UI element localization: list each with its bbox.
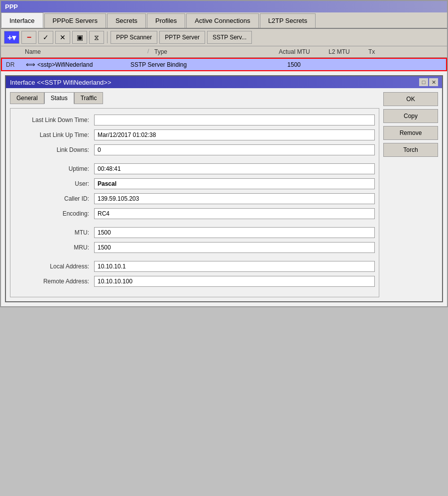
last-link-down-row: Last Link Down Time: bbox=[14, 115, 375, 125]
sstp-serv-button[interactable]: SSTP Serv... bbox=[207, 31, 252, 44]
last-link-up-input[interactable] bbox=[94, 129, 375, 140]
title-bar: PPP bbox=[1, 1, 447, 12]
remote-address-input[interactable] bbox=[94, 276, 375, 287]
row-name: ⟺ <sstp>WifiNederland bbox=[24, 60, 128, 69]
mtu-row: MTU: bbox=[14, 227, 375, 238]
user-row: User: bbox=[14, 178, 375, 189]
row-name-text: <sstp>WifiNederland bbox=[37, 61, 93, 68]
encoding-row: Encoding: bbox=[14, 208, 375, 219]
encoding-label: Encoding: bbox=[14, 210, 94, 217]
dialog-tabs: General Status Traffic bbox=[10, 92, 379, 104]
caller-id-input[interactable] bbox=[94, 193, 375, 204]
dialog-close-button[interactable]: ✕ bbox=[429, 78, 438, 86]
copy-button[interactable]: Copy bbox=[383, 109, 438, 123]
window-title: PPP bbox=[5, 3, 18, 10]
dialog-form: Last Link Down Time: Last Link Up Time: … bbox=[10, 108, 379, 297]
ok-button[interactable]: OK bbox=[383, 92, 438, 106]
row-flags: DR bbox=[4, 60, 24, 69]
page-icon: ▣ bbox=[77, 33, 83, 41]
dialog-tab-traffic[interactable]: Traffic bbox=[74, 92, 104, 104]
remote-address-label: Remote Address: bbox=[14, 278, 94, 285]
last-link-down-label: Last Link Down Time: bbox=[14, 117, 94, 124]
mru-row: MRU: bbox=[14, 242, 375, 253]
page-button[interactable]: ▣ bbox=[72, 31, 87, 44]
dialog-minimize-button[interactable]: □ bbox=[419, 78, 428, 86]
tx-col-header: Tx bbox=[366, 47, 396, 56]
add-icon: +▾ bbox=[7, 33, 16, 42]
toolbar: +▾ − ✓ ✕ ▣ ⧖ PPP Scanner PPTP Server SST… bbox=[1, 29, 447, 46]
tab-secrets[interactable]: Secrets bbox=[107, 13, 146, 28]
link-downs-input[interactable] bbox=[94, 144, 375, 155]
check-button[interactable]: ✓ bbox=[38, 31, 53, 44]
last-link-down-input[interactable] bbox=[94, 115, 375, 125]
last-link-up-row: Last Link Up Time: bbox=[14, 129, 375, 140]
tab-profiles[interactable]: Profiles bbox=[147, 13, 185, 28]
dialog-title-bar: Interface <<SSTP WifiNederland>> □ ✕ bbox=[6, 76, 442, 88]
mtu-input[interactable] bbox=[94, 227, 375, 238]
table-header: Name / Type Actual MTU L2 MTU Tx bbox=[1, 46, 447, 58]
dialog-left-panel: General Status Traffic Last Link Down Ti… bbox=[10, 92, 379, 297]
caller-id-row: Caller ID: bbox=[14, 193, 375, 204]
pptp-server-button[interactable]: PPTP Server bbox=[159, 31, 205, 44]
tabs-bar: Interface PPPoE Servers Secrets Profiles… bbox=[1, 12, 447, 29]
ppp-scanner-button[interactable]: PPP Scanner bbox=[111, 31, 157, 44]
uptime-label: Uptime: bbox=[14, 165, 94, 172]
encoding-input[interactable] bbox=[94, 208, 375, 219]
mtu-label: MTU: bbox=[14, 229, 94, 236]
remote-address-row: Remote Address: bbox=[14, 276, 375, 287]
uptime-input[interactable] bbox=[94, 163, 375, 174]
dialog-content: General Status Traffic Last Link Down Ti… bbox=[6, 88, 442, 301]
row-type: SSTP Server Binding bbox=[128, 60, 253, 69]
flag-col-header bbox=[3, 47, 23, 56]
cross-icon: ✕ bbox=[60, 33, 66, 41]
local-address-label: Local Address: bbox=[14, 263, 94, 270]
user-input[interactable] bbox=[94, 178, 375, 189]
filter-button[interactable]: ⧖ bbox=[89, 31, 104, 44]
add-button[interactable]: +▾ bbox=[4, 31, 19, 44]
name-col-header: Name bbox=[23, 47, 147, 56]
remove-button[interactable]: − bbox=[21, 31, 36, 44]
minus-icon: − bbox=[27, 33, 31, 42]
mru-input[interactable] bbox=[94, 242, 375, 253]
uptime-row: Uptime: bbox=[14, 163, 375, 174]
sort-indicator: / bbox=[147, 47, 152, 56]
check-icon: ✓ bbox=[43, 33, 49, 41]
link-downs-label: Link Downs: bbox=[14, 146, 94, 153]
local-address-input[interactable] bbox=[94, 261, 375, 272]
actual-mtu-col-header: Actual MTU bbox=[277, 47, 327, 56]
main-window: PPP Interface PPPoE Servers Secrets Prof… bbox=[0, 0, 448, 307]
last-link-up-label: Last Link Up Time: bbox=[14, 131, 94, 138]
torch-button[interactable]: Torch bbox=[383, 143, 438, 157]
user-label: User: bbox=[14, 180, 94, 187]
l2mtu-col-header: L2 MTU bbox=[327, 47, 366, 56]
row-actual-mtu: 1500 bbox=[253, 60, 303, 69]
mru-label: MRU: bbox=[14, 244, 94, 251]
type-col-header: Type bbox=[152, 47, 277, 56]
tab-pppoe-servers[interactable]: PPPoE Servers bbox=[44, 13, 106, 28]
local-address-row: Local Address: bbox=[14, 261, 375, 272]
table-row[interactable]: DR ⟺ <sstp>WifiNederland SSTP Server Bin… bbox=[1, 58, 447, 71]
tab-interface[interactable]: Interface bbox=[1, 12, 43, 28]
dialog-title-buttons: □ ✕ bbox=[419, 78, 438, 86]
interface-dialog: Interface <<SSTP WifiNederland>> □ ✕ Gen… bbox=[5, 75, 443, 302]
filter-icon: ⧖ bbox=[94, 33, 99, 42]
dialog-right-panel: OK Copy Remove Torch bbox=[383, 92, 438, 297]
tab-active-connections[interactable]: Active Connections bbox=[186, 13, 258, 28]
remove-button-dialog[interactable]: Remove bbox=[383, 126, 438, 140]
dialog-title-text: Interface <<SSTP WifiNederland>> bbox=[10, 79, 112, 86]
dialog-tab-general[interactable]: General bbox=[10, 92, 44, 104]
caller-id-label: Caller ID: bbox=[14, 195, 94, 202]
link-downs-row: Link Downs: bbox=[14, 144, 375, 155]
separator-1 bbox=[107, 31, 108, 43]
cross-button[interactable]: ✕ bbox=[55, 31, 70, 44]
dialog-tab-status[interactable]: Status bbox=[44, 92, 74, 104]
interface-icon: ⟺ bbox=[26, 61, 35, 68]
tab-l2tp-secrets[interactable]: L2TP Secrets bbox=[260, 13, 316, 28]
